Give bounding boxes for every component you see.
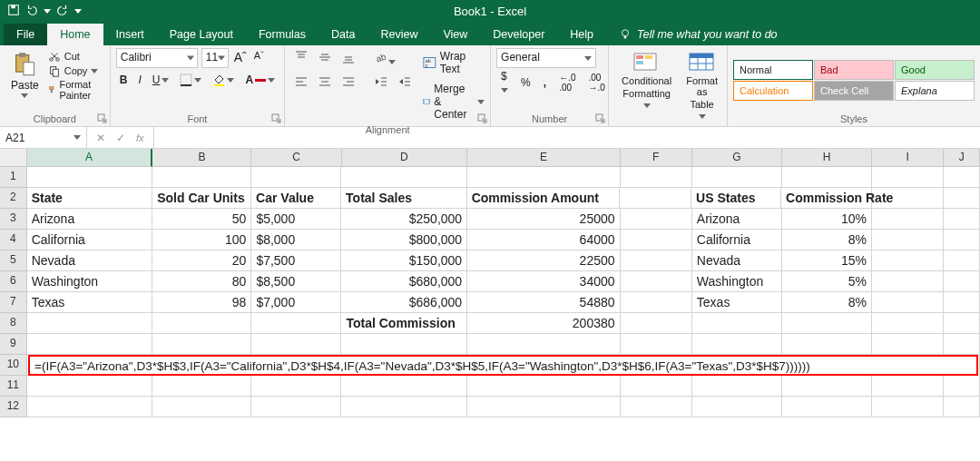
underline-button[interactable]: U (149, 72, 173, 88)
cell[interactable] (621, 271, 692, 292)
cell[interactable] (944, 292, 980, 313)
tab-developer[interactable]: Developer (480, 24, 557, 45)
number-format-select[interactable]: General (496, 48, 596, 68)
cell[interactable] (621, 397, 692, 417)
cell[interactable]: $800,000 (341, 230, 467, 250)
cell[interactable]: 200380 (467, 313, 620, 334)
alignment-launcher-icon[interactable] (477, 113, 488, 124)
cell[interactable] (251, 397, 341, 417)
name-box[interactable]: A21 (0, 127, 87, 148)
cell[interactable] (621, 209, 692, 230)
paste-button[interactable]: Paste (5, 48, 44, 102)
style-explanatory[interactable]: Explana (895, 81, 975, 101)
align-top-button[interactable] (290, 48, 312, 69)
cell[interactable] (152, 376, 251, 397)
style-normal[interactable]: Normal (733, 60, 813, 80)
cell[interactable]: $250,000 (341, 209, 467, 230)
cell[interactable]: 22500 (467, 250, 620, 271)
row-header[interactable]: 4 (0, 230, 27, 250)
cancel-formula-icon[interactable]: ✕ (96, 132, 105, 144)
cell[interactable]: Texas (692, 292, 782, 313)
cell[interactable] (467, 334, 620, 355)
cell[interactable] (621, 313, 692, 334)
enter-formula-icon[interactable]: ✓ (116, 132, 125, 144)
col-header[interactable]: D (342, 149, 468, 167)
cell[interactable] (782, 334, 872, 355)
cell[interactable] (621, 230, 692, 250)
cut-button[interactable]: Cut (48, 50, 101, 63)
cell[interactable] (944, 188, 980, 209)
cell[interactable] (944, 334, 980, 355)
cell[interactable]: $686,000 (341, 292, 467, 313)
cell[interactable]: 8% (782, 230, 872, 250)
cell[interactable] (872, 250, 944, 271)
cell[interactable] (872, 209, 944, 230)
cell[interactable] (341, 397, 467, 417)
col-header[interactable]: A (27, 149, 153, 167)
tab-data[interactable]: Data (318, 24, 368, 45)
row-header[interactable]: 9 (0, 334, 27, 355)
number-launcher-icon[interactable] (595, 113, 606, 124)
col-header[interactable]: J (944, 149, 980, 167)
cell[interactable]: Nevada (27, 250, 153, 271)
row-header[interactable]: 11 (0, 376, 27, 397)
col-header[interactable]: I (872, 149, 944, 167)
cell[interactable]: 100 (152, 230, 251, 250)
formula-display-cell[interactable]: =(IF(A3="Arizona",D3*$H$3,IF(A3="Califor… (28, 355, 978, 376)
cell[interactable]: Car Value (251, 188, 341, 209)
cell[interactable]: 98 (152, 292, 251, 313)
cell[interactable] (621, 250, 692, 271)
col-header[interactable]: C (251, 149, 341, 167)
cell[interactable] (782, 376, 872, 397)
cell[interactable]: $8,500 (251, 271, 341, 292)
cell[interactable]: Sold Car Units (152, 188, 251, 209)
cell[interactable] (692, 167, 782, 188)
comma-format-button[interactable]: , (539, 74, 551, 91)
format-as-table-button[interactable]: Format as Table (679, 48, 725, 124)
cell[interactable] (621, 376, 692, 397)
cell[interactable] (872, 376, 944, 397)
cell[interactable] (944, 397, 980, 417)
tell-me[interactable]: Tell me what you want to do (606, 24, 790, 45)
col-header[interactable]: G (692, 149, 782, 167)
bold-button[interactable]: B (116, 72, 132, 88)
cell[interactable] (944, 209, 980, 230)
cell[interactable] (944, 230, 980, 250)
align-bottom-button[interactable] (338, 48, 359, 69)
cell[interactable] (872, 188, 944, 209)
cell[interactable]: 5% (782, 271, 872, 292)
cell[interactable] (341, 167, 467, 188)
cell[interactable] (782, 313, 872, 334)
increase-indent-button[interactable] (394, 73, 416, 93)
font-size-shrink[interactable]: Aˇ (252, 48, 266, 68)
align-left-button[interactable] (290, 73, 312, 93)
cell[interactable]: Washington (27, 271, 153, 292)
cell[interactable] (944, 167, 980, 188)
col-header[interactable]: E (467, 149, 620, 167)
tab-page-layout[interactable]: Page Layout (157, 24, 246, 45)
cell[interactable]: 54880 (467, 292, 620, 313)
cell[interactable] (621, 334, 692, 355)
cell[interactable] (341, 376, 467, 397)
align-middle-button[interactable] (314, 48, 336, 69)
cell[interactable] (782, 397, 872, 417)
cell[interactable] (872, 334, 944, 355)
spreadsheet-grid[interactable]: A B C D E F G H I J 12StateSold Car Unit… (0, 149, 980, 417)
cell[interactable] (944, 271, 980, 292)
cell[interactable] (944, 313, 980, 334)
cell[interactable] (467, 397, 620, 417)
cell[interactable]: 80 (152, 271, 251, 292)
cell[interactable] (872, 292, 944, 313)
tab-formulas[interactable]: Formulas (246, 24, 318, 45)
cell[interactable]: 20 (152, 250, 251, 271)
cell[interactable]: State (27, 188, 153, 209)
row-header[interactable]: 6 (0, 271, 27, 292)
cell[interactable]: Washington (692, 271, 782, 292)
cell[interactable]: $680,000 (341, 271, 467, 292)
cell[interactable]: California (692, 230, 782, 250)
cell[interactable]: US States (691, 188, 781, 209)
clipboard-launcher-icon[interactable] (97, 113, 108, 124)
save-icon[interactable] (7, 4, 20, 19)
cell[interactable]: Total Commission (341, 313, 467, 334)
cell[interactable] (944, 376, 980, 397)
